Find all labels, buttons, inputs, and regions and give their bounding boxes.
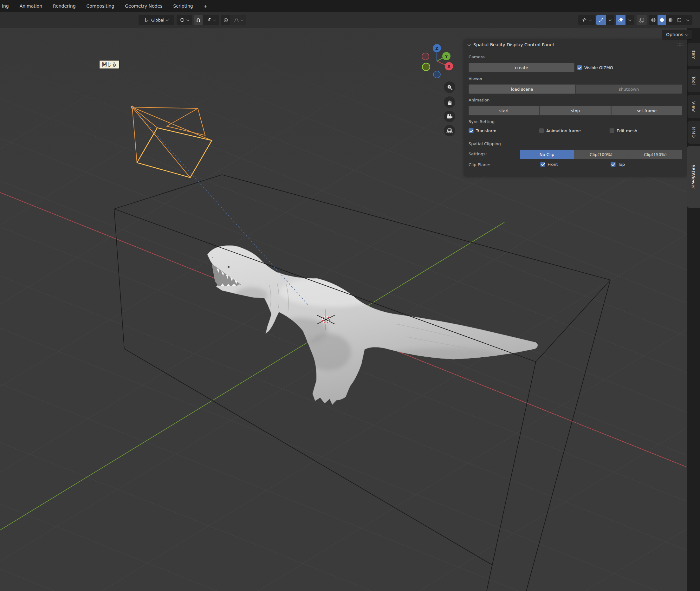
clip-option-150[interactable]: Clip(150%): [628, 150, 682, 159]
axis-z-label: Z: [435, 46, 438, 51]
object-visibility-dropdown[interactable]: [578, 15, 595, 25]
load-scene-label: load scene: [511, 87, 533, 91]
shading-rendered-button[interactable]: [675, 15, 683, 25]
panel-collapse-icon[interactable]: [468, 43, 471, 46]
overlays-dropdown[interactable]: [626, 15, 634, 25]
wireframe-sphere-icon: [651, 17, 656, 22]
sync-transform-checkbox[interactable]: [469, 128, 474, 133]
axis-x-label: X: [447, 64, 450, 69]
visible-gizmo-label: Visible GIZMO: [584, 65, 613, 70]
add-workspace-button[interactable]: +: [199, 0, 213, 12]
chevron-down-icon: [628, 18, 631, 21]
load-scene-button[interactable]: load scene: [469, 84, 575, 94]
axis-ball-neg-x[interactable]: [422, 53, 429, 60]
pan-view-button[interactable]: [444, 96, 455, 108]
options-button[interactable]: Options: [662, 30, 692, 39]
clip-plane-top-label: Top: [618, 162, 625, 167]
shading-solid-button[interactable]: [657, 15, 666, 25]
proportional-editing-icon: [223, 18, 228, 22]
panel-header[interactable]: Spatial Reality Display Control Panel: [464, 39, 687, 50]
shading-mode-group: [649, 15, 692, 25]
axis-ball-neg-z[interactable]: [433, 71, 440, 78]
chevron-down-icon: [685, 32, 689, 36]
sidebar-tab-mmd[interactable]: MMD: [687, 121, 700, 144]
transform-orientation-dropdown[interactable]: Global: [139, 15, 174, 25]
proportional-editing-toggle[interactable]: [221, 15, 230, 25]
shading-wireframe-button[interactable]: [649, 15, 657, 25]
chevron-down-icon: [213, 18, 216, 21]
sidebar-tab-srdviewer[interactable]: SRDViewer: [687, 146, 700, 208]
clipping-section-label: Spatial Clipping: [469, 141, 501, 146]
clip-plane-label: Clip Plane:: [469, 162, 490, 167]
visibility-eye-icon: [582, 18, 587, 22]
tab-tool-label: Tool: [691, 76, 696, 85]
clip-option-no-clip[interactable]: No Clip: [520, 150, 574, 159]
animation-stop-button[interactable]: stop: [540, 106, 611, 115]
trex-model[interactable]: [207, 245, 538, 405]
camera-view-button[interactable]: [444, 111, 455, 122]
gizmo-dropdown[interactable]: [606, 15, 614, 25]
falloff-dropdown[interactable]: [231, 15, 246, 25]
menu-item-compositing[interactable]: Compositing: [81, 0, 120, 12]
overlays-icon: [618, 17, 623, 22]
zoom-view-button[interactable]: [444, 81, 455, 93]
animation-start-button[interactable]: start: [469, 106, 540, 115]
chevron-down-icon: [166, 18, 169, 21]
animation-set-frame-button[interactable]: set frame: [611, 106, 682, 115]
start-label: start: [499, 109, 509, 113]
top-menu-bar: ing Animation Rendering Compositing Geom…: [0, 0, 700, 12]
close-overlay-button[interactable]: 閉じる: [99, 60, 120, 69]
set-frame-label: set frame: [637, 109, 657, 113]
perspective-toggle-button[interactable]: [444, 125, 455, 136]
menu-item-scripting[interactable]: Scripting: [168, 0, 198, 12]
show-overlays-toggle[interactable]: [616, 15, 626, 25]
axis-y-label: Y: [444, 54, 448, 59]
snap-toggle[interactable]: [194, 15, 203, 25]
shading-dropdown[interactable]: [683, 15, 692, 25]
sync-animation-frame-checkbox[interactable]: [539, 128, 544, 133]
shading-material-button[interactable]: [666, 15, 675, 25]
sync-section-label: Sync Setting: [469, 119, 495, 124]
panel-title: Spatial Reality Display Control Panel: [473, 42, 554, 47]
chevron-down-icon: [589, 18, 592, 21]
zoom-magnifier-icon: [447, 84, 453, 90]
clip-plane-front-checkbox[interactable]: [540, 162, 545, 167]
xray-toggle[interactable]: [637, 15, 647, 25]
panel-drag-handle-icon[interactable]: [677, 43, 683, 46]
navigation-gizmo[interactable]: Z Y X: [418, 41, 460, 82]
clip-settings-segmented-control: No Clip Clip(100%) Clip(150%): [520, 150, 682, 159]
no-clip-label: No Clip: [540, 152, 554, 157]
gizmo-arrow-icon: [599, 17, 604, 22]
chevron-down-icon: [240, 18, 243, 21]
clip-100-label: Clip(100%): [590, 152, 613, 157]
sidebar-tab-item[interactable]: Item: [687, 43, 700, 67]
chevron-down-icon: [608, 18, 612, 21]
sync-transform-label: Transform: [476, 128, 496, 133]
viewer-section-label: Viewer: [469, 76, 483, 81]
pivot-point-dropdown[interactable]: [177, 15, 192, 25]
pivot-point-icon: [180, 17, 185, 22]
clip-plane-top-checkbox[interactable]: [611, 162, 616, 167]
sync-edit-mesh-checkbox[interactable]: [609, 128, 614, 133]
visible-gizmo-checkbox[interactable]: [577, 65, 582, 70]
clip-option-100[interactable]: Clip(100%): [574, 150, 628, 159]
chevron-down-icon: [186, 18, 189, 21]
shutdown-button[interactable]: shutdown: [575, 84, 682, 94]
create-camera-button[interactable]: create: [469, 63, 574, 72]
pan-hand-icon: [447, 99, 452, 105]
show-gizmo-toggle[interactable]: [596, 15, 606, 25]
clip-150-label: Clip(150%): [644, 152, 667, 157]
menu-item-rendering[interactable]: Rendering: [48, 0, 81, 12]
rendered-sphere-icon: [677, 17, 682, 22]
trex-nostril: [212, 257, 213, 258]
snap-target-dropdown[interactable]: [203, 15, 219, 25]
falloff-curve-icon: [234, 18, 239, 22]
menu-item-clipped[interactable]: ing: [1, 0, 14, 12]
sidebar-tab-tool[interactable]: Tool: [687, 68, 700, 92]
sidebar-tab-view[interactable]: View: [687, 94, 700, 119]
menu-item-geometry-nodes[interactable]: Geometry Nodes: [120, 0, 168, 12]
grid-perspective-icon: [446, 128, 453, 133]
menu-item-animation[interactable]: Animation: [14, 0, 48, 12]
magnet-icon: [196, 18, 201, 22]
axis-ball-neg-y[interactable]: [422, 63, 430, 71]
